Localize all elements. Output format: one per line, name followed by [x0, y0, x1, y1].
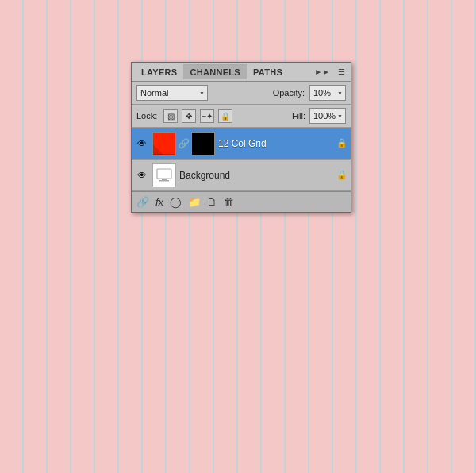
panel-menu-arrow[interactable]: ►►	[312, 67, 332, 77]
visibility-icon-background[interactable]: 👁	[135, 168, 149, 183]
bottom-icons-left: 🔗 fx ◯ 📁 🗋 🗑	[136, 196, 234, 208]
layer-item-background[interactable]: 👁 Backgrou	[132, 160, 351, 191]
lock-move-icon[interactable]: −✦	[200, 109, 214, 123]
tab-channels[interactable]: CHANNELS	[183, 64, 247, 79]
canvas-background: LAYERS CHANNELS PATHS ►► ☰ Normal Dissol…	[0, 0, 476, 473]
svg-rect-3	[192, 133, 215, 156]
layer-name-12-col-grid: 12 Col Grid	[218, 138, 333, 149]
bottom-toolbar: 🔗 fx ◯ 📁 🗋 🗑	[132, 191, 351, 212]
new-group-icon[interactable]: 📁	[188, 196, 201, 208]
lock-label: Lock:	[136, 111, 157, 121]
thumbnail-wrapper-12-col-grid: 🔗	[152, 132, 215, 156]
opacity-label: Opacity:	[273, 88, 305, 98]
layer-mask-thumb-12-col-grid	[191, 132, 215, 156]
layers-panel: LAYERS CHANNELS PATHS ►► ☰ Normal Dissol…	[131, 62, 351, 213]
tab-bar: LAYERS CHANNELS PATHS ►► ☰	[132, 63, 351, 82]
lock-position-icon[interactable]: ✥	[182, 109, 196, 123]
fill-label: Fill:	[292, 111, 305, 121]
link-layers-icon[interactable]: 🔗	[136, 196, 149, 208]
thumbnail-wrapper-background	[152, 163, 176, 187]
lock-all-icon[interactable]: 🔒	[218, 109, 232, 123]
chain-icon-12-col-grid: 🔗	[178, 138, 190, 149]
lock-fill-row: Lock: ▧ ✥ −✦ 🔒 Fill: 100% 50% 75%	[132, 105, 351, 128]
svg-rect-2	[153, 154, 176, 156]
thumb-red	[153, 133, 175, 155]
layer-thumb-12-col-grid	[152, 132, 176, 156]
svg-rect-6	[162, 179, 167, 180]
tab-paths[interactable]: PATHS	[247, 65, 289, 79]
new-layer-icon[interactable]: 🗋	[207, 196, 217, 208]
tab-layers[interactable]: LAYERS	[135, 65, 183, 79]
fill-select[interactable]: 100% 50% 75%	[309, 108, 346, 124]
opacity-select[interactable]: 10% 20% 50% 100%	[309, 85, 346, 101]
lock-icon-12-col-grid: 🔒	[336, 138, 347, 148]
blend-mode-select[interactable]: Normal Dissolve Multiply Screen Overlay	[136, 85, 208, 101]
fx-icon[interactable]: fx	[155, 196, 163, 208]
svg-rect-7	[159, 180, 169, 182]
layer-name-background: Background	[179, 170, 333, 181]
add-mask-icon[interactable]: ◯	[170, 196, 182, 208]
layer-item-12-col-grid[interactable]: 👁 🔗	[132, 128, 351, 160]
layers-list: 👁 🔗	[132, 128, 351, 191]
svg-rect-4	[153, 164, 175, 187]
lock-icon-background: 🔒	[336, 170, 347, 180]
thumb-white	[153, 164, 175, 187]
visibility-icon-12-col-grid[interactable]: 👁	[135, 137, 149, 151]
layer-thumb-background	[152, 163, 176, 187]
delete-layer-icon[interactable]: 🗑	[224, 196, 234, 208]
blend-opacity-row: Normal Dissolve Multiply Screen Overlay …	[132, 82, 351, 105]
lock-pixels-icon[interactable]: ▧	[163, 109, 178, 123]
panel-menu-button[interactable]: ☰	[336, 67, 347, 77]
